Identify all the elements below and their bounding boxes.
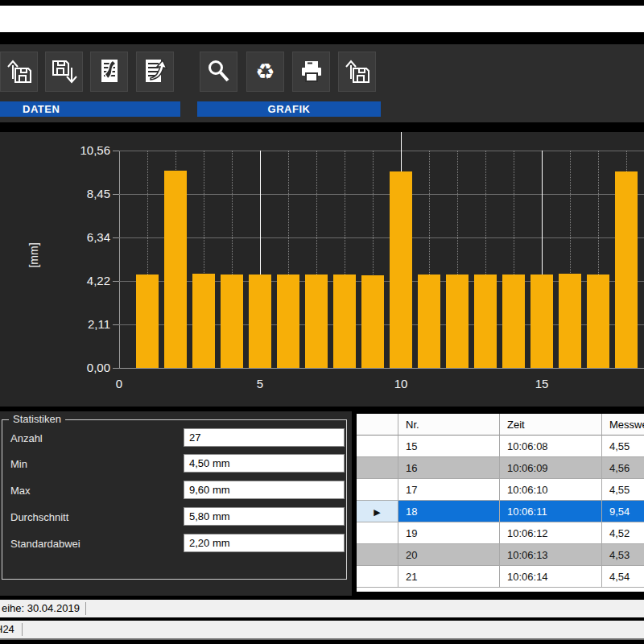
stat-value-anzahl[interactable]: 27	[184, 428, 345, 447]
table-row[interactable]: ▶1810:06:119,54	[357, 501, 644, 522]
cell-zeit[interactable]: 10:06:14	[500, 566, 602, 588]
horizontal-gridline	[119, 237, 644, 238]
cell-zeit[interactable]: 10:06:09	[500, 457, 602, 479]
measurement-bar	[136, 275, 159, 368]
y-tick-mark	[113, 151, 119, 151]
status-separator	[22, 623, 23, 636]
cell-nr[interactable]: 15	[398, 436, 500, 457]
export-document-button[interactable]	[136, 52, 174, 92]
bottom-edge-line	[0, 638, 644, 640]
column-header-zeit[interactable]: Zeit	[500, 414, 602, 436]
y-tick-label: 6,34	[59, 230, 110, 245]
cell-messwert[interactable]: 4,52	[602, 522, 644, 544]
cell-nr[interactable]: 20	[398, 544, 500, 566]
measurement-bar	[474, 275, 497, 368]
table-row[interactable]: 1510:06:084,55	[357, 436, 644, 457]
toolbar-group-label-grafik: GRAFIK	[197, 101, 381, 117]
stat-label-anzahl: Anzahl	[10, 432, 43, 444]
cell-messwert[interactable]: 4,55	[602, 479, 644, 501]
measurement-bar	[390, 171, 412, 368]
cell-nr[interactable]: 19	[398, 522, 500, 544]
printer-icon	[297, 58, 326, 85]
stat-value-durchschnitt[interactable]: 5,80 mm	[184, 507, 345, 526]
y-tick-label: 0,00	[59, 361, 110, 375]
gridline-extension	[401, 132, 402, 151]
table-row[interactable]: 1710:06:104,55	[357, 479, 644, 501]
row-selector[interactable]	[357, 436, 398, 457]
y-tick-mark	[113, 324, 119, 325]
x-tick-label: 10	[394, 377, 408, 390]
cell-zeit[interactable]: 10:06:13	[500, 544, 602, 566]
row-selector[interactable]	[357, 544, 398, 566]
table-row[interactable]: 1610:06:094,56	[357, 457, 644, 479]
cell-zeit[interactable]: 10:06:11	[500, 501, 602, 522]
measurement-bar	[446, 275, 469, 368]
cell-messwert[interactable]: 9,54	[602, 501, 644, 522]
cell-messwert[interactable]: 4,56	[602, 457, 644, 479]
row-selector[interactable]	[357, 479, 398, 501]
cell-nr[interactable]: 18	[398, 501, 500, 522]
y-tick-mark	[113, 237, 119, 238]
column-header-nr[interactable]: Nr.	[398, 414, 500, 436]
floppy-up-icon	[343, 58, 372, 85]
report-document-button[interactable]	[90, 52, 128, 92]
cell-messwert[interactable]: 4,55	[602, 436, 644, 457]
cell-nr[interactable]: 17	[398, 479, 500, 501]
row-selector[interactable]: ▶	[357, 501, 398, 522]
measurement-bar	[249, 275, 271, 368]
measurement-bar	[305, 275, 328, 368]
table-row[interactable]: 2110:06:144,54	[357, 566, 644, 588]
cell-messwert[interactable]: 4,54	[602, 566, 644, 588]
top-white-band	[0, 6, 644, 32]
cell-zeit[interactable]: 10:06:12	[500, 522, 602, 544]
x-axis-line	[119, 368, 644, 369]
y-tick-mark	[113, 368, 119, 369]
measurement-bar	[559, 274, 581, 368]
table-header-row: Nr.ZeitMesswert	[357, 414, 644, 436]
cell-messwert[interactable]: 4,53	[602, 544, 644, 566]
measurement-bar	[530, 275, 553, 368]
statistics-panel: Statistiken Anzahl27Min4,50 mmMax9,60 mm…	[0, 411, 352, 596]
status-device-text: H24	[0, 621, 14, 638]
x-tick-label: 0	[116, 377, 122, 390]
stat-label-standardabwei: Standardabwei	[10, 538, 80, 550]
stat-label-min: Min	[10, 458, 27, 470]
measurement-bar	[164, 171, 187, 368]
table-row[interactable]: 2010:06:134,53	[357, 544, 644, 566]
y-axis-label: [mm]	[27, 242, 40, 267]
stat-value-max[interactable]: 9,60 mm	[184, 481, 345, 499]
zoom-button[interactable]	[200, 52, 237, 92]
floppy-up-icon	[5, 58, 34, 85]
floppy-down-icon	[50, 58, 79, 85]
refresh-button[interactable]: ♻	[246, 52, 284, 92]
row-selector-header[interactable]	[357, 414, 398, 436]
y-tick-label: 4,22	[59, 274, 110, 288]
row-selector[interactable]	[357, 522, 398, 544]
measurement-bar	[418, 275, 440, 368]
x-tick-label: 15	[535, 377, 549, 390]
status-separator	[85, 602, 86, 615]
measurement-bar	[221, 275, 243, 368]
cell-nr[interactable]: 21	[398, 566, 500, 588]
cell-zeit[interactable]: 10:06:08	[500, 436, 602, 457]
save-data-button[interactable]	[45, 52, 83, 92]
save-graphic-button[interactable]	[338, 52, 376, 92]
column-header-messwert[interactable]: Messwert	[602, 414, 644, 436]
cell-zeit[interactable]: 10:06:10	[500, 479, 602, 501]
cell-nr[interactable]: 16	[398, 457, 500, 479]
stat-value-standardabwei[interactable]: 2,20 mm	[184, 534, 345, 552]
print-button[interactable]	[292, 52, 330, 92]
document-stats-icon	[96, 57, 123, 86]
row-selector[interactable]	[357, 566, 398, 588]
y-tick-mark	[113, 194, 119, 195]
measurement-bar	[587, 275, 609, 368]
stat-value-min[interactable]: 4,50 mm	[184, 454, 345, 473]
measurement-bar	[277, 275, 299, 368]
stat-label-max: Max	[10, 485, 31, 497]
measurement-table[interactable]: Nr.ZeitMesswert1510:06:084,551610:06:094…	[357, 414, 644, 592]
table-row[interactable]: 1910:06:124,52	[357, 522, 644, 544]
row-selector[interactable]	[357, 457, 398, 479]
status-bar-device: H24	[0, 621, 644, 638]
status-series-text: eihe: 30.04.2019	[2, 600, 80, 617]
load-data-button[interactable]	[0, 52, 38, 92]
